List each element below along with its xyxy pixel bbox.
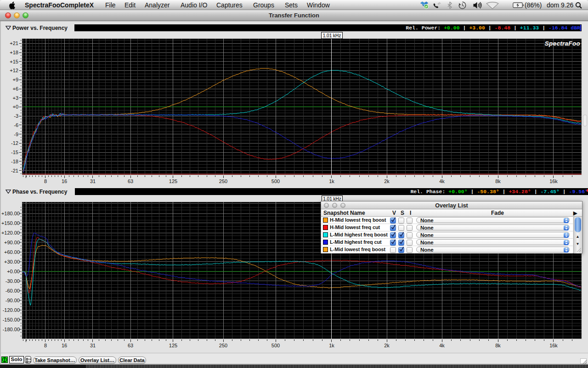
- svg-text:2k: 2k: [384, 178, 390, 184]
- svg-text:-120.00: -120.00: [3, 307, 20, 313]
- svg-text:-150.00: -150.00: [3, 317, 20, 322]
- svg-text:16k: 16k: [549, 178, 558, 184]
- svg-text:-6: -6: [14, 122, 18, 128]
- svg-text:-60.00: -60.00: [6, 288, 20, 293]
- svg-text:+15: +15: [10, 59, 18, 64]
- svg-text:8: 8: [44, 178, 47, 184]
- svg-text:16k: 16k: [549, 343, 558, 348]
- svg-text:250: 250: [219, 343, 227, 348]
- svg-text:8k: 8k: [495, 343, 501, 348]
- svg-text:-30.00: -30.00: [6, 278, 20, 284]
- svg-text:125: 125: [169, 178, 177, 184]
- svg-text:8k: 8k: [495, 178, 501, 184]
- svg-text:-15: -15: [11, 150, 18, 155]
- svg-text:+12: +12: [10, 68, 18, 73]
- svg-text:63: 63: [128, 343, 133, 348]
- svg-text:500: 500: [271, 343, 280, 348]
- svg-text:+30.00: +30.00: [4, 259, 20, 264]
- svg-text:+0.00: +0.00: [7, 269, 20, 274]
- svg-text:-18: -18: [11, 159, 18, 164]
- svg-text:+90.00: +90.00: [4, 240, 20, 245]
- svg-text:31: 31: [90, 178, 96, 184]
- svg-text:1.01 kHz: 1.01 kHz: [323, 33, 341, 38]
- svg-text:+0: +0: [12, 104, 18, 109]
- svg-text:+6: +6: [12, 86, 18, 92]
- svg-text:4k: 4k: [439, 178, 445, 184]
- svg-text:1k: 1k: [329, 178, 334, 184]
- svg-text:-21: -21: [11, 168, 18, 173]
- svg-text:63: 63: [128, 178, 133, 184]
- svg-text:SpectraFoo: SpectraFoo: [545, 40, 580, 47]
- svg-text:500: 500: [271, 178, 280, 184]
- svg-text:-180.00: -180.00: [3, 327, 20, 332]
- svg-text:16: 16: [62, 343, 67, 348]
- svg-text:1k: 1k: [329, 343, 334, 348]
- svg-text:8: 8: [44, 343, 47, 348]
- svg-text:+180.00: +180.00: [1, 211, 20, 216]
- svg-text:16: 16: [62, 178, 67, 184]
- svg-text:-12: -12: [11, 140, 18, 146]
- svg-text:2k: 2k: [384, 343, 390, 348]
- svg-text:+60.00: +60.00: [4, 249, 20, 255]
- svg-text:+120.00: +120.00: [1, 230, 20, 236]
- svg-text:125: 125: [169, 343, 177, 348]
- svg-text:-3: -3: [14, 113, 18, 119]
- svg-text:250: 250: [219, 178, 227, 184]
- svg-text:+9: +9: [12, 77, 18, 82]
- svg-text:4k: 4k: [439, 343, 445, 348]
- svg-text:-9: -9: [14, 132, 18, 137]
- svg-text:+3: +3: [12, 95, 18, 101]
- svg-text:-90.00: -90.00: [6, 298, 20, 303]
- svg-text:+150.00: +150.00: [1, 220, 20, 226]
- svg-text:+18: +18: [10, 50, 18, 55]
- svg-text:31: 31: [90, 343, 96, 348]
- svg-text:+21: +21: [10, 40, 18, 46]
